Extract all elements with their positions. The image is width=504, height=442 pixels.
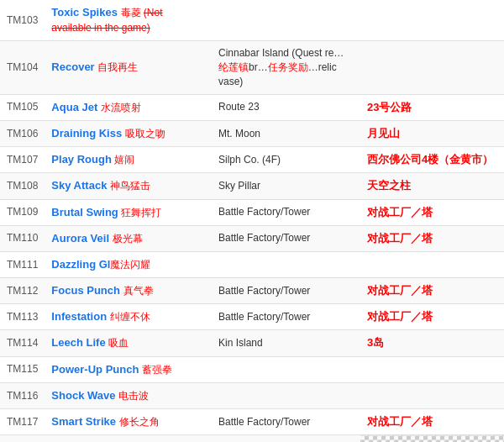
move-cell: Focus Punch 真气拳 (45, 278, 212, 304)
move-cell: Sky Attack 神鸟猛击 (45, 173, 212, 199)
location-en: Kin Island (212, 330, 360, 356)
location-en (212, 0, 360, 41)
tm-id: TM111 (0, 251, 45, 277)
tm-id: TM103 (0, 0, 45, 41)
table-row: TM107Play Rough 嬉闹Silph Co. (4F)西尔佛公司4楼（… (0, 147, 504, 173)
location-zh: 天空之柱 (360, 173, 504, 199)
tm-id: TM112 (0, 278, 45, 304)
tm-id: TM116 (0, 382, 45, 408)
location-zh: 对战工厂／塔 (360, 225, 504, 251)
table-row: TM104Recover 自我再生Cinnabar Island (Quest … (0, 41, 504, 94)
move-cell: Recover 自我再生 (45, 41, 212, 94)
table-row: TM103Toxic Spikes 毒菱 (Not available in t… (0, 0, 504, 41)
table-row: TM109Brutal Swing 狂舞挥打Battle Factory/Tow… (0, 199, 504, 225)
location-en (212, 251, 360, 277)
location-zh: 3岛 (360, 330, 504, 356)
move-cell: Steel Wing 钢翼 (45, 435, 212, 442)
location-en (212, 382, 360, 408)
location-en: Battle Factory/Tower (212, 278, 360, 304)
tm-id: TM114 (0, 330, 45, 356)
location-en: Battle Factory/Tower (212, 409, 360, 435)
table-row: TM106Draining Kiss 吸取之吻Mt. Moon月见山 (0, 120, 504, 146)
location-en (212, 435, 360, 442)
move-cell: Smart Strike 修长之角 (45, 409, 212, 435)
location-zh: 对战工厂／塔 (360, 409, 504, 435)
table-row: TM117Smart Strike 修长之角Battle Factory/Tow… (0, 409, 504, 435)
location-en: Cinnabar Island (Quest re…纶莲镇br…任务奖励…rel… (212, 41, 360, 94)
table-row: TM112Focus Punch 真气拳Battle Factory/Tower… (0, 278, 504, 304)
tm-id: TM118 (0, 435, 45, 442)
location-en: Battle Factory/Tower (212, 304, 360, 330)
location-zh: 对战工厂／塔 (360, 199, 504, 225)
move-cell: Dazzling Gl魔法闪耀 (45, 251, 212, 277)
location-en: Battle Factory/Tower (212, 225, 360, 251)
table-row: TM110Aurora Veil 极光幕Battle Factory/Tower… (0, 225, 504, 251)
location-zh (360, 382, 504, 408)
tm-id: TM113 (0, 304, 45, 330)
tm-table: TM103Toxic Spikes 毒菱 (Not available in t… (0, 0, 504, 442)
move-cell: Power-Up Punch 蓄强拳 (45, 356, 212, 382)
tm-id: TM109 (0, 199, 45, 225)
tm-id: TM106 (0, 120, 45, 146)
tm-id: TM117 (0, 409, 45, 435)
tm-id: TM105 (0, 94, 45, 120)
table-row: TM113Infestation 纠缠不休Battle Factory/Towe… (0, 304, 504, 330)
location-zh (360, 356, 504, 382)
location-en: Sky Pillar (212, 173, 360, 199)
location-zh: 23号公路 (360, 94, 504, 120)
move-cell: Shock Wave 电击波 (45, 382, 212, 408)
tm-id: TM108 (0, 173, 45, 199)
table-row: TM105Aqua Jet 水流喷射Route 2323号公路 (0, 94, 504, 120)
location-zh: 对战工厂／塔 (360, 304, 504, 330)
location-zh: 对战工厂／塔 (360, 278, 504, 304)
move-cell: Toxic Spikes 毒菱 (Not available in the ga… (45, 0, 212, 41)
move-cell: Draining Kiss 吸取之吻 (45, 120, 212, 146)
location-en: Battle Factory/Tower (212, 199, 360, 225)
location-zh: 西尔佛公司4楼（金黄市） (360, 147, 504, 173)
tm-id: TM107 (0, 147, 45, 173)
table-row: TM116Shock Wave 电击波 (0, 382, 504, 408)
location-zh: 月见山 (360, 120, 504, 146)
table-row: TM114Leech Life 吸血Kin Island3岛 (0, 330, 504, 356)
location-zh (360, 251, 504, 277)
location-en: Route 23 (212, 94, 360, 120)
move-cell: Aurora Veil 极光幕 (45, 225, 212, 251)
location-en: Mt. Moon (212, 120, 360, 146)
move-cell: Infestation 纠缠不休 (45, 304, 212, 330)
location-en: Silph Co. (4F) (212, 147, 360, 173)
location-zh (360, 435, 504, 442)
location-en (212, 356, 360, 382)
move-cell: Aqua Jet 水流喷射 (45, 94, 212, 120)
table-row: TM108Sky Attack 神鸟猛击Sky Pillar天空之柱 (0, 173, 504, 199)
move-cell: Leech Life 吸血 (45, 330, 212, 356)
location-zh (360, 0, 504, 41)
table-row: TM115Power-Up Punch 蓄强拳 (0, 356, 504, 382)
move-cell: Brutal Swing 狂舞挥打 (45, 199, 212, 225)
move-cell: Play Rough 嬉闹 (45, 147, 212, 173)
tm-id: TM110 (0, 225, 45, 251)
tm-id: TM115 (0, 356, 45, 382)
tm-id: TM104 (0, 41, 45, 94)
location-zh (360, 41, 504, 94)
table-row: TM111Dazzling Gl魔法闪耀 (0, 251, 504, 277)
table-row: TM118Steel Wing 钢翼 (0, 435, 504, 442)
